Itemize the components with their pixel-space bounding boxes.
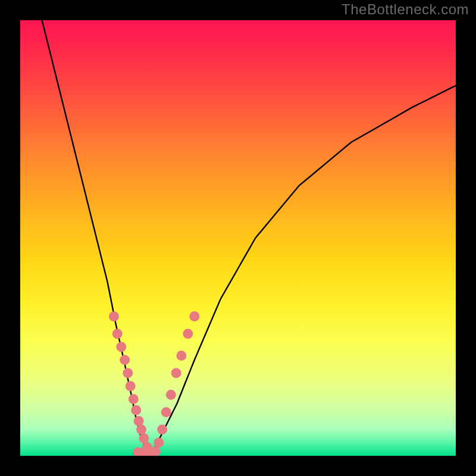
- marker-dot: [171, 368, 181, 378]
- marker-dot: [139, 433, 149, 443]
- marker-dot: [109, 311, 119, 321]
- marker-dot: [157, 425, 167, 435]
- marker-dot: [183, 329, 193, 339]
- marker-dot: [129, 394, 139, 404]
- marker-dot: [123, 368, 133, 378]
- marker-dot: [161, 407, 171, 417]
- marker-dot: [116, 342, 126, 352]
- chart-frame: TheBottleneck.com: [0, 0, 476, 476]
- plot-area: [20, 20, 456, 456]
- bottleneck-curve: [42, 20, 456, 453]
- marker-dot: [134, 416, 144, 426]
- marker-dot: [176, 350, 186, 361]
- marker-dot: [154, 438, 164, 448]
- marker-dot: [112, 329, 123, 339]
- marker-dot: [189, 311, 199, 321]
- watermark-text: TheBottleneck.com: [342, 1, 469, 18]
- marker-dot: [126, 381, 136, 391]
- marker-dot: [166, 390, 176, 400]
- marker-dot: [136, 425, 146, 435]
- marker-dot: [131, 405, 141, 415]
- chart-svg: [20, 20, 456, 456]
- marker-dot: [120, 355, 130, 365]
